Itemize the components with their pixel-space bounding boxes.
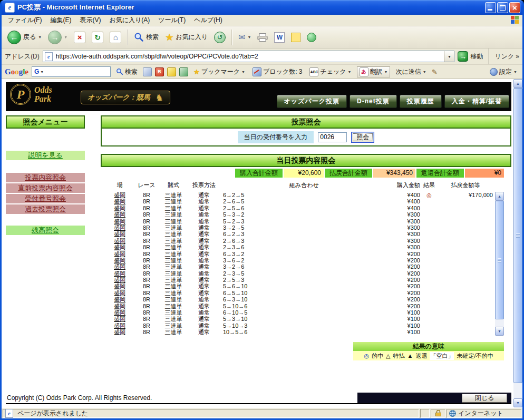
highlighter-icon[interactable] — [167, 67, 176, 76]
menu-view[interactable]: 表示(V) — [75, 15, 105, 26]
result-cell — [420, 323, 438, 329]
combination-cell: 5→2→3 — [220, 218, 389, 224]
scrollbar-thumb[interactable] — [513, 88, 522, 383]
venue-link[interactable]: 盛岡 — [105, 231, 134, 237]
sidebar-item-past-votes[interactable]: 過去投票照会 — [6, 204, 85, 214]
spellcheck-button[interactable]: ABC チェック ▼ — [307, 67, 353, 77]
popup-blocker-button[interactable]: ブロック数: 3 — [250, 67, 304, 77]
close-page-button[interactable]: 閉じる — [462, 394, 507, 403]
scroll-up-icon[interactable]: ▲ — [513, 79, 522, 88]
scroll-up-icon[interactable]: ▲ — [495, 192, 504, 201]
result-cell — [420, 296, 438, 302]
sidebar-item-explain[interactable]: 説明を見る — [6, 151, 85, 160]
favorites-button[interactable]: ★ お気に入り — [162, 32, 210, 43]
venue-link[interactable]: 盛岡 — [105, 244, 134, 250]
print-button[interactable] — [255, 32, 270, 43]
mail-button[interactable]: ✉ ▼ — [236, 31, 254, 43]
scrollbar-track[interactable] — [495, 201, 504, 327]
lookup-button[interactable]: 照会 — [351, 132, 374, 143]
payout-cell — [438, 316, 495, 322]
messenger-button[interactable] — [304, 32, 319, 43]
venue-link[interactable]: 盛岡 — [105, 323, 134, 329]
combination-cell: 2→5→6 — [220, 205, 389, 211]
venue-link[interactable]: 盛岡 — [105, 316, 134, 322]
receipt-number-input[interactable] — [318, 132, 347, 142]
google-search-dropdown-icon[interactable]: ▼ — [40, 70, 44, 74]
menu-favorites[interactable]: お気に入り(A) — [105, 15, 154, 26]
venue-link[interactable]: 盛岡 — [105, 198, 134, 204]
venue-link[interactable]: 盛岡 — [105, 192, 134, 198]
scrollbar-track[interactable] — [513, 88, 522, 398]
venue-link[interactable]: 盛岡 — [105, 309, 134, 316]
venue-link[interactable]: 盛岡 — [105, 218, 134, 224]
close-window-button[interactable]: × — [509, 2, 520, 13]
menu-edit[interactable]: 編集(E) — [46, 15, 75, 26]
nav-dnet-vote[interactable]: D-net投票 — [350, 95, 397, 108]
venue-link[interactable]: 盛岡 — [105, 329, 134, 335]
page-scrollbar[interactable]: ▲ ▼ — [513, 79, 522, 407]
scroll-down-icon[interactable]: ▼ — [513, 398, 522, 407]
back-dropdown-icon[interactable]: ▼ — [38, 35, 42, 39]
google-search-button[interactable]: 検索 — [114, 67, 140, 77]
venue-link[interactable]: 盛岡 — [105, 290, 134, 296]
discuss-button[interactable] — [288, 32, 303, 43]
stop-button[interactable]: × — [71, 31, 88, 44]
ie-e-glyph: e — [47, 54, 50, 60]
links-menu[interactable]: リンク » — [494, 52, 519, 61]
oddspark-logo[interactable]: P OddsPark — [10, 84, 52, 105]
venue-link[interactable]: 盛岡 — [105, 263, 134, 270]
mail-dropdown-icon[interactable]: ▼ — [248, 35, 251, 39]
address-input[interactable] — [55, 52, 444, 61]
horse-icon: ♞ — [156, 93, 163, 102]
venue-link[interactable]: 盛岡 — [105, 283, 134, 289]
venue-link[interactable]: 盛岡 — [105, 224, 134, 231]
forward-button[interactable]: → ▼ — [45, 30, 70, 45]
menu-file[interactable]: ファイル(F) — [4, 15, 46, 26]
refresh-button[interactable]: ↻ — [89, 31, 106, 44]
venue-link[interactable]: 盛岡 — [105, 257, 134, 263]
go-button[interactable]: → 移動 — [458, 51, 483, 62]
legend-title: 結果の意味 — [353, 342, 504, 351]
scroll-down-icon[interactable]: ▼ — [495, 327, 504, 336]
venue-link[interactable]: 盛岡 — [105, 277, 134, 283]
nav-vote-history[interactable]: 投票履歴 — [400, 95, 442, 108]
google-settings-button[interactable]: 設定 ▼ — [488, 67, 519, 77]
sidebar-item-recent-vote[interactable]: 直前投票内容照会 — [6, 183, 85, 193]
venue-link[interactable]: 盛岡 — [105, 303, 134, 309]
back-button[interactable]: ← 戻る ▼ — [5, 30, 44, 45]
venue-link[interactable]: 盛岡 — [105, 270, 134, 277]
translate-button[interactable]: あ 翻訳 ▼ — [357, 66, 391, 77]
receipt-number-label: 当日の受付番号を入力 — [238, 131, 314, 143]
menu-tools[interactable]: ツール(T) — [154, 15, 190, 26]
pen-icon[interactable]: ✎ — [432, 68, 438, 76]
address-dropdown-button[interactable]: ▼ — [444, 51, 454, 62]
venue-link[interactable]: 盛岡 — [105, 251, 134, 257]
edit-button[interactable]: W — [271, 31, 287, 44]
minimize-button[interactable] — [485, 2, 496, 13]
result-cell — [420, 224, 438, 231]
sidebar-item-vote-content[interactable]: 投票内容照会 — [6, 173, 85, 182]
address-combo[interactable]: e ▼ — [43, 51, 455, 62]
venue-link[interactable]: 盛岡 — [105, 205, 134, 211]
menu-help[interactable]: ヘルプ(H) — [190, 15, 227, 26]
nav-deposit-settlement[interactable]: 入金・精算/振替 — [444, 95, 509, 108]
send-page-icon[interactable] — [143, 67, 152, 76]
send-to-button[interactable]: 次に送信 ▼ — [393, 67, 428, 77]
venue-link[interactable]: 盛岡 — [105, 211, 134, 218]
venue-link[interactable]: 盛岡 — [105, 296, 134, 302]
search-button[interactable]: 検索 — [131, 31, 161, 43]
nav-oddspark-vote[interactable]: オッズパーク投票 — [277, 95, 347, 108]
venue-link[interactable]: 盛岡 — [105, 238, 134, 244]
payout-cell — [438, 231, 495, 237]
maximize-button[interactable] — [497, 2, 508, 13]
history-button[interactable]: ↺ — [211, 31, 228, 44]
sidebar-item-receipt-number[interactable]: 受付番号照会 — [6, 194, 85, 203]
home-button[interactable]: ⌂ — [107, 31, 124, 44]
pagerank-icon[interactable]: R — [155, 67, 164, 76]
list-scrollbar[interactable]: ▲ ▼ — [495, 192, 504, 336]
google-search-box[interactable]: G ▼ — [32, 66, 111, 77]
sidebar-item-balance[interactable]: 残高照会 — [6, 226, 85, 235]
autofill-icon[interactable] — [179, 67, 188, 76]
google-bookmarks-button[interactable]: ★ ブックマーク ▼ — [191, 67, 247, 77]
scrollbar-thumb[interactable] — [495, 201, 504, 319]
